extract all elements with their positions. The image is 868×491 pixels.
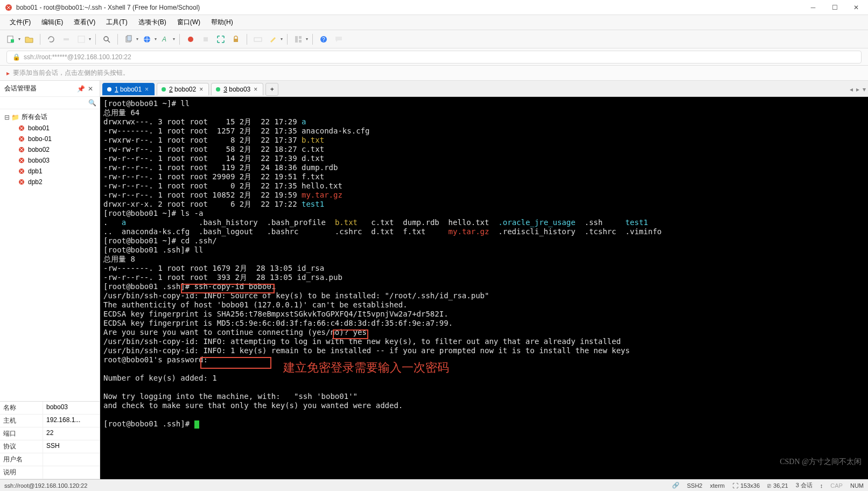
- main-area: 会话管理器 📌 ✕ 🔍 ⊟ 📁 所有会话 bobo01bobo-01bobo02…: [0, 81, 868, 479]
- pos-icon: ⎚: [767, 482, 771, 489]
- separator: [312, 34, 313, 45]
- close-button[interactable]: ✕: [849, 2, 864, 13]
- font-button[interactable]: A: [159, 33, 172, 46]
- sidebar-header: 会话管理器 📌 ✕: [0, 81, 100, 97]
- property-row: 主机192.168.1...: [0, 415, 100, 427]
- menu-view[interactable]: 查看(V): [68, 16, 101, 29]
- status-size: ⛶ 153x36: [732, 482, 760, 489]
- menu-tabs[interactable]: 选项卡(B): [133, 16, 172, 29]
- chat-button[interactable]: [332, 33, 345, 46]
- tab-next-icon[interactable]: ▸: [856, 86, 859, 93]
- prop-value: [43, 466, 100, 479]
- address-url: ssh://root:******@192.168.100.120:22: [24, 53, 131, 61]
- svg-rect-8: [127, 36, 131, 41]
- highlight-button[interactable]: [267, 33, 279, 46]
- fullscreen-button[interactable]: [214, 33, 227, 46]
- session-tree: ⊟ 📁 所有会话 bobo01bobo-01bobo02bobo03dpb1dp…: [0, 109, 100, 401]
- disconnect-button[interactable]: [60, 33, 73, 46]
- keyboard-button[interactable]: [251, 33, 264, 46]
- session-item[interactable]: dpb2: [0, 177, 100, 187]
- close-panel-icon[interactable]: ✕: [86, 85, 95, 93]
- layout-button[interactable]: [292, 33, 305, 46]
- separator: [247, 34, 247, 45]
- reconnect-button[interactable]: [45, 33, 58, 46]
- svg-rect-3: [64, 38, 69, 40]
- tab-label: 3 bobo03: [223, 86, 250, 93]
- session-icon: [17, 167, 26, 176]
- svg-text:?: ?: [322, 37, 325, 43]
- tab-menu-icon[interactable]: ▾: [863, 86, 866, 93]
- lock-button[interactable]: [229, 33, 242, 46]
- menu-edit[interactable]: 编辑(E): [36, 16, 68, 29]
- maximize-button[interactable]: ☐: [827, 2, 842, 13]
- size-icon: ⛶: [732, 482, 738, 489]
- terminal-pane: 1 bobo01×2 bobo02×3 bobo03× + ◂ ▸ ▾ [roo…: [100, 81, 868, 479]
- search-icon[interactable]: 🔍: [88, 99, 96, 107]
- tab-prev-icon[interactable]: ◂: [850, 86, 853, 93]
- separator: [95, 34, 96, 45]
- status-toggle-icon[interactable]: ↕: [820, 482, 823, 489]
- prop-key: 端口: [0, 427, 43, 440]
- address-input[interactable]: 🔒 ssh://root:******@192.168.100.120:22: [6, 51, 862, 64]
- menu-window[interactable]: 窗口(W): [172, 16, 206, 29]
- properties-table: 名称bobo03主机192.168.1...端口22协议SSH用户名说明: [0, 401, 100, 479]
- menu-file[interactable]: 文件(F): [4, 16, 36, 29]
- property-row: 用户名: [0, 453, 100, 466]
- prop-key: 名称: [0, 402, 43, 414]
- session-item[interactable]: bobo-01: [0, 134, 100, 144]
- add-tab-button[interactable]: +: [265, 83, 278, 96]
- svg-text:A: A: [162, 36, 166, 43]
- tree-root[interactable]: ⊟ 📁 所有会话: [0, 111, 100, 123]
- session-label: bobo02: [28, 146, 50, 153]
- globe-button[interactable]: [141, 33, 153, 46]
- copy-button[interactable]: [122, 33, 135, 46]
- session-item[interactable]: bobo02: [0, 144, 100, 155]
- sidebar-search: 🔍: [0, 97, 100, 109]
- title-bar: bobo01 - root@bobo01:~/.ssh - Xshell 7 (…: [0, 0, 868, 15]
- watermark: CSDN @方寸之间不太闲: [780, 457, 862, 466]
- terminal[interactable]: [root@bobo01 ~]# ll总用量 64drwxrwx---. 3 r…: [100, 97, 868, 479]
- record-button[interactable]: [184, 33, 197, 46]
- open-session-button[interactable]: [23, 33, 36, 46]
- session-item[interactable]: bobo03: [0, 155, 100, 166]
- svg-rect-14: [254, 38, 262, 41]
- status-dot-icon: [216, 87, 220, 92]
- status-bar: ssh://root@192.168.100.120:22 🔗 SSH2 xte…: [0, 479, 868, 491]
- status-num: NUM: [850, 482, 864, 489]
- svg-rect-13: [234, 39, 238, 42]
- bookmark-icon[interactable]: ▸: [6, 69, 10, 77]
- session-label: dpb2: [28, 178, 43, 186]
- menu-help[interactable]: 帮助(H): [206, 16, 239, 29]
- tab-close-icon[interactable]: ×: [254, 86, 257, 93]
- prop-key: 协议: [0, 440, 43, 453]
- status-dot-icon: [107, 87, 111, 92]
- status-cap: CAP: [830, 482, 843, 489]
- tab-bobo02[interactable]: 2 bobo02×: [157, 83, 209, 95]
- svg-rect-16: [299, 36, 302, 39]
- svg-rect-12: [204, 37, 208, 41]
- tip-text: 要添加当前会话，点击左侧的箭头按钮。: [13, 68, 129, 78]
- session-item[interactable]: dpb1: [0, 166, 100, 177]
- pin-icon[interactable]: 📌: [76, 85, 86, 93]
- stop-record-button[interactable]: [199, 33, 212, 46]
- help-button[interactable]: ?: [317, 33, 330, 46]
- tab-close-icon[interactable]: ×: [199, 86, 203, 93]
- new-session-button[interactable]: [4, 33, 17, 46]
- menu-tools[interactable]: 工具(T): [101, 16, 132, 29]
- tab-bobo01[interactable]: 1 bobo01×: [102, 83, 155, 95]
- menu-bar: 文件(F) 编辑(E) 查看(V) 工具(T) 选项卡(B) 窗口(W) 帮助(…: [0, 15, 868, 30]
- search-button[interactable]: [100, 33, 113, 46]
- status-ssh: SSH2: [687, 482, 703, 489]
- app-icon: [4, 3, 13, 12]
- tree-root-label: 所有会话: [22, 113, 47, 122]
- properties-button[interactable]: [75, 33, 88, 46]
- status-sessions: 3 会话: [796, 481, 813, 489]
- sidebar-title: 会话管理器: [4, 84, 37, 93]
- session-manager: 会话管理器 📌 ✕ 🔍 ⊟ 📁 所有会话 bobo01bobo-01bobo02…: [0, 81, 100, 479]
- property-row: 协议SSH: [0, 440, 100, 453]
- tab-close-icon[interactable]: ×: [145, 86, 149, 93]
- minimize-button[interactable]: ─: [806, 2, 821, 13]
- tab-strip: 1 bobo01×2 bobo02×3 bobo03× + ◂ ▸ ▾: [100, 81, 868, 97]
- tab-bobo03[interactable]: 3 bobo03×: [211, 83, 263, 95]
- session-item[interactable]: bobo01: [0, 123, 100, 134]
